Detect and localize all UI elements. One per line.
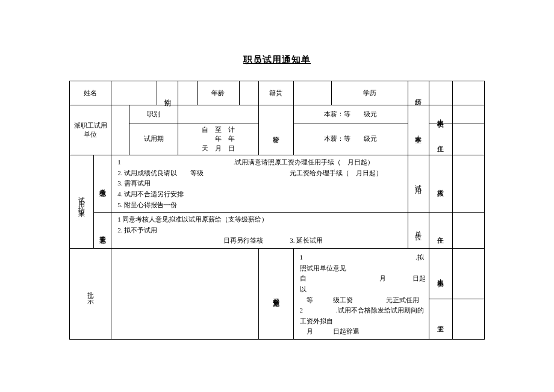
hr-leader-cell: [452, 105, 484, 123]
origin-cell: [293, 81, 331, 105]
origin-label: 籍贯: [258, 81, 293, 105]
mgr2-label: 主管: [429, 299, 452, 339]
salary-label: 薪给: [258, 105, 293, 155]
director2-label: 主任: [429, 213, 452, 249]
sec-body: 1 .拟照试用单位意见 自 月 日起以 等 级工资 元正式任用 2 .试用不合格…: [293, 249, 429, 340]
assess-label: 考核意见: [94, 155, 111, 213]
exp-label: 经历: [408, 81, 429, 105]
rank-cell: [178, 105, 259, 123]
hr-room-label: 人事室: [408, 105, 429, 155]
mgr2-cell: [452, 299, 484, 339]
mgr-body: 1 同意考核人意见拟准以试用原薪给（支等级薪给） 2. 拟不予试用 日再另行签核…: [111, 213, 408, 249]
director-cell: [452, 123, 484, 155]
period-cell: 自 至 计 年 年 天 月 日: [178, 123, 259, 155]
approve-label: 批示: [70, 249, 111, 340]
unit-cell: [111, 105, 129, 155]
age-cell: [239, 81, 258, 105]
result-label: 试用结果: [70, 155, 94, 249]
name-label: 姓名: [70, 81, 111, 105]
assessor-label: 考核人: [429, 155, 452, 213]
base-salary-1: 本薪：等 级元: [293, 105, 408, 123]
unit2-label: 单位: [408, 213, 429, 249]
base-salary-2: 本薪：等 级元: [293, 123, 408, 155]
name-cell: [111, 81, 157, 105]
gender-cell: [178, 81, 198, 105]
age-label: 年龄: [198, 81, 239, 105]
sec-label: 秘书室意见: [258, 249, 293, 340]
assess-body: 1 .试用满意请照原工资办理任用手续（ 月日起） 2. 试用成绩优良请以 等级 …: [111, 155, 408, 213]
form-table: 姓名 性别 年龄 籍贯 学历 经历 派职工试用单位 职别 薪给 本薪：等 级元 …: [69, 81, 485, 340]
gender-label: 性别: [157, 81, 178, 105]
exp-cell-2: [452, 81, 484, 105]
period-label: 试用期: [129, 123, 178, 155]
unit-label: 派职工试用单位: [70, 105, 111, 155]
approve-cell: [111, 249, 259, 340]
director2-cell: [452, 213, 484, 249]
hr-leader-label: 人事组长: [429, 105, 452, 123]
hr-leader2-label: 人事组长: [429, 249, 452, 299]
hr-leader2-cell: [452, 249, 484, 299]
assessor-cell: [452, 155, 484, 213]
edu-label: 学历: [332, 81, 408, 105]
mgr-label: 主管意见: [94, 213, 111, 249]
director-label: 主任: [429, 123, 452, 155]
page-title: 职员试用通知单: [69, 54, 485, 66]
trial-label: 试用: [408, 155, 429, 213]
exp-cell: [429, 81, 452, 105]
rank-label: 职别: [129, 105, 178, 123]
